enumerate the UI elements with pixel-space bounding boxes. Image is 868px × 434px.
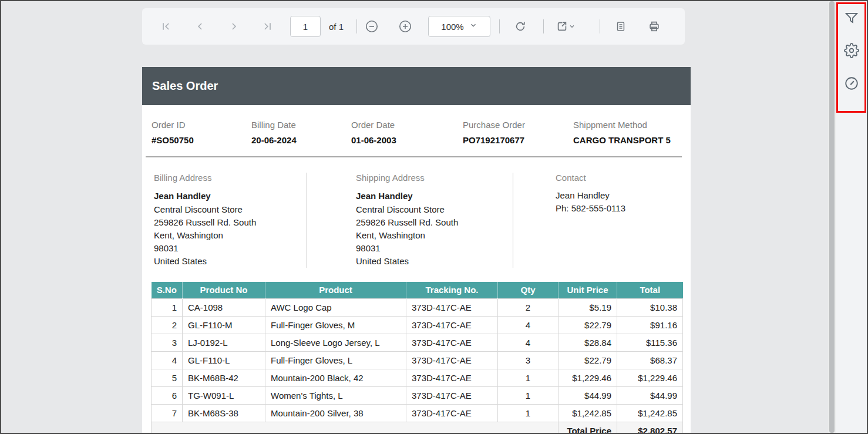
report-viewer-window: of 1 100% Sales Or	[0, 0, 868, 434]
vertical-scrollbar[interactable]	[828, 1, 836, 433]
total-row-spacer	[152, 422, 559, 434]
zoom-level-value: 100%	[441, 22, 463, 32]
sidebar-settings-button[interactable]	[843, 42, 860, 60]
column-header: S.No	[152, 282, 183, 298]
column-header: Unit Price	[559, 282, 617, 298]
previous-page-icon	[194, 21, 206, 32]
export-icon	[556, 20, 568, 33]
page-number-input[interactable]	[291, 16, 320, 36]
table-row: 7BK-M68S-38Mountain-200 Silver, 38373D-4…	[152, 404, 683, 422]
table-row: 1CA-1098AWC Logo Cap373D-417C-AE2$5.19$1…	[152, 298, 683, 316]
address-section: Billing Address Jean Handley Central Dis…	[142, 173, 691, 268]
filter-icon	[844, 11, 859, 28]
next-page-button[interactable]	[227, 19, 241, 33]
viewer-toolbar: of 1 100%	[142, 8, 685, 45]
zoom-in-icon	[398, 19, 412, 33]
report-page: Sales Order Order ID #SO50750 Billing Da…	[142, 67, 691, 434]
previous-page-button[interactable]	[193, 19, 207, 33]
billing-date-field: Billing Date 20-06-2024	[251, 119, 351, 146]
order-items-table: S.No Product No Product Tracking No. Qty…	[151, 282, 683, 434]
table-row: 6TG-W091-LWomen's Tights, L373D-417C-AE1…	[152, 386, 683, 404]
chevron-down-icon	[469, 21, 477, 32]
purchase-order-field: Purchase Order PO7192170677	[463, 119, 573, 146]
column-header: Tracking No.	[406, 282, 498, 298]
column-header: Total	[617, 282, 683, 298]
total-price-value: $2,802.57	[617, 422, 683, 434]
viewer-side-panel	[836, 1, 867, 433]
refresh-icon	[514, 20, 527, 33]
refresh-button[interactable]	[513, 19, 527, 33]
gauge-icon	[844, 76, 859, 93]
order-fields: Order ID #SO50750 Billing Date 20-06-202…	[142, 119, 691, 146]
next-page-icon	[228, 21, 240, 32]
gear-icon	[844, 43, 859, 60]
zoom-level-select[interactable]: 100%	[428, 16, 490, 37]
toolbar-divider	[543, 19, 544, 33]
shipment-method-field: Shippment Method CARGO TRANSPORT 5	[573, 119, 671, 146]
toolbar-divider	[499, 19, 500, 33]
first-page-button[interactable]	[159, 19, 173, 33]
section-divider	[146, 156, 682, 157]
page-number-box	[290, 16, 321, 37]
print-button[interactable]	[647, 19, 661, 33]
sidebar-filter-button[interactable]	[843, 10, 860, 28]
table-row: 4GL-F110-LFull-Finger Gloves, L373D-417C…	[152, 351, 683, 369]
table-total-row: Total Price $2,802.57	[152, 422, 683, 434]
shipping-address: Shipping Address Jean Handley Central Di…	[307, 173, 513, 268]
table-header-row: S.No Product No Product Tracking No. Qty…	[152, 282, 683, 298]
order-id-field: Order ID #SO50750	[152, 119, 251, 146]
column-header: Product No	[183, 282, 265, 298]
column-header: Qty	[498, 282, 559, 298]
zoom-out-button[interactable]	[365, 19, 379, 33]
billing-address: Billing Address Jean Handley Central Dis…	[154, 173, 307, 268]
total-price-label: Total Price	[559, 422, 617, 434]
table-row: 2GL-F110-MFull-Finger Gloves, M373D-417C…	[152, 316, 683, 334]
toolbar-divider	[600, 19, 600, 33]
contact-info: Contact Jean Handley Ph: 582-555-0113	[513, 173, 625, 268]
last-page-button[interactable]	[260, 19, 274, 33]
table-row: 3LJ-0192-LLong-Sleeve Logo Jersey, L373D…	[152, 334, 683, 351]
zoom-in-button[interactable]	[398, 19, 412, 33]
last-page-icon	[261, 21, 273, 32]
export-button[interactable]	[553, 19, 578, 33]
zoom-out-icon	[365, 19, 379, 33]
parameters-icon	[615, 21, 627, 32]
table-row: 5BK-M68B-42Mountain-200 Black, 42373D-41…	[152, 369, 683, 386]
chevron-down-icon	[568, 23, 576, 30]
report-title-band: Sales Order	[142, 67, 691, 105]
sidebar-performance-button[interactable]	[843, 75, 860, 93]
print-icon	[648, 20, 661, 33]
document-parameters-button[interactable]	[614, 19, 628, 33]
report-title: Sales Order	[152, 79, 218, 93]
column-header: Product	[265, 282, 406, 298]
order-date-field: Order Date 01-06-2003	[351, 119, 463, 146]
first-page-icon	[160, 21, 172, 32]
page-count-label: of 1	[329, 22, 344, 32]
scrollbar-thumb[interactable]	[829, 1, 835, 433]
toolbar-divider	[356, 19, 357, 33]
